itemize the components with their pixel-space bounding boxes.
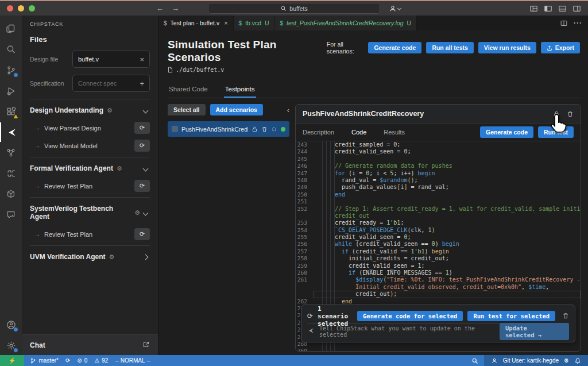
- sidebar-item[interactable]: →View Mental Model⟳: [30, 137, 150, 155]
- gear-icon[interactable]: ⚙: [107, 107, 113, 114]
- chat-bar[interactable]: Chat: [22, 334, 158, 355]
- status-text: -- NORMAL --: [115, 357, 150, 364]
- gear-icon[interactable]: ⚙: [134, 209, 140, 217]
- status-text: 92: [102, 357, 108, 364]
- add-scenarios-button[interactable]: Add scenarios: [210, 104, 263, 115]
- extensions-icon[interactable]: [0, 102, 22, 121]
- gear-icon[interactable]: ⚙: [109, 253, 115, 261]
- open-external-icon[interactable]: [142, 341, 150, 348]
- collapse-list-icon[interactable]: ‹: [287, 106, 289, 114]
- detail-tab-code[interactable]: Code: [351, 129, 366, 136]
- scenario-checkbox[interactable]: [172, 126, 178, 132]
- section-header[interactable]: Design Understanding⚙: [30, 105, 150, 119]
- trash-icon[interactable]: [261, 126, 268, 133]
- chevron-down-icon[interactable]: [143, 107, 149, 113]
- editor-tab[interactable]: $test_PushFiveAndShrinkCreditRecovery.lo…: [274, 16, 416, 30]
- back-icon[interactable]: ←: [156, 4, 164, 13]
- zoom-window-button[interactable]: [29, 5, 35, 11]
- trash-icon[interactable]: [562, 312, 569, 319]
- line-number: 253: [296, 219, 313, 226]
- chevron-down-icon[interactable]: [143, 210, 149, 215]
- detail-tab-results[interactable]: Results: [384, 129, 405, 136]
- bell-icon[interactable]: [574, 357, 581, 364]
- lock-icon[interactable]: [252, 126, 258, 133]
- explorer-icon[interactable]: [0, 19, 22, 38]
- git-user-segment[interactable]: Git User: kartik-hegde ⚙: [484, 355, 588, 366]
- generate-code-button[interactable]: Generate code: [368, 42, 421, 53]
- toggle-secondary-sidebar-icon[interactable]: [572, 5, 581, 13]
- section-header[interactable]: SystemVerilog Testbench Agent⚙: [30, 203, 150, 225]
- status-item[interactable]: ⚠92: [94, 357, 108, 364]
- refresh-button[interactable]: ⟳: [134, 228, 150, 240]
- feedback-icon[interactable]: [0, 205, 22, 225]
- customize-layout-icon[interactable]: [529, 5, 538, 13]
- design-file-input[interactable]: buffet.v ×: [72, 51, 150, 68]
- gear-icon[interactable]: ⚙: [117, 165, 122, 172]
- close-tab-icon[interactable]: ×: [224, 20, 227, 26]
- editor-tab[interactable]: $tb.vcdU: [234, 16, 275, 30]
- status-item[interactable]: master*: [30, 357, 58, 364]
- gear-icon[interactable]: ⚙: [564, 357, 569, 364]
- run-debug-icon[interactable]: [0, 81, 22, 101]
- chevron-down-icon[interactable]: [143, 165, 149, 171]
- export-button[interactable]: Export: [541, 42, 580, 53]
- code-line: 245: [296, 156, 581, 163]
- graph-icon[interactable]: [0, 143, 22, 163]
- forward-icon[interactable]: →: [172, 4, 179, 13]
- status-item[interactable]: -- NORMAL --: [115, 357, 150, 364]
- update-prompt-input[interactable]: Tell ChipStack what you want to update o…: [319, 325, 495, 338]
- command-center-search[interactable]: buffets: [208, 3, 380, 14]
- generate-code-for-selected-button[interactable]: Generate code for selected: [357, 311, 463, 321]
- sidebar-item[interactable]: →View Parsed Design⟳: [30, 119, 150, 137]
- toggle-primary-sidebar-icon[interactable]: [544, 5, 552, 13]
- tab-shared-code[interactable]: Shared Code: [168, 82, 209, 98]
- package-icon[interactable]: [0, 184, 22, 204]
- refresh-icon[interactable]: ⟳: [307, 312, 313, 320]
- add-spec-icon[interactable]: +: [140, 79, 144, 88]
- chat-label: Chat: [30, 341, 45, 349]
- code-editor[interactable]: 243credit_sampled = 0;244credit_valid_se…: [296, 141, 581, 351]
- close-window-button[interactable]: [7, 5, 13, 11]
- status-item[interactable]: ⊘0: [77, 357, 87, 364]
- generate-code-button[interactable]: Generate code: [480, 126, 533, 138]
- view-run-results-button[interactable]: View run results: [478, 42, 536, 53]
- detail-tab-description[interactable]: Description: [303, 129, 334, 136]
- tab-testpoints[interactable]: Testpoints: [224, 82, 256, 98]
- section-header[interactable]: UVM Verification Agent⚙: [30, 252, 150, 265]
- source-control-icon[interactable]: [0, 60, 22, 80]
- more-actions-icon[interactable]: ···: [574, 19, 582, 27]
- account-menu[interactable]: [389, 5, 403, 13]
- sidebar-item[interactable]: →Review Test Plan⟳: [30, 225, 150, 243]
- zoom-icon[interactable]: [471, 357, 478, 364]
- section-title: UVM Verification Agent: [30, 253, 106, 261]
- section-header[interactable]: Formal Verification Agent⚙: [30, 163, 150, 177]
- refresh-button[interactable]: ⟳: [134, 140, 150, 152]
- chevron-right-icon[interactable]: [143, 254, 149, 260]
- refresh-button[interactable]: ⟳: [134, 180, 150, 192]
- toggle-panel-icon[interactable]: [558, 5, 567, 13]
- selection-action-bar: ⟳ 1 scenario selected Generate code for …: [301, 305, 575, 342]
- file-type-icon: $: [239, 20, 242, 26]
- scenario-list-item[interactable]: PushFiveAndShrinkCreditRe: [168, 121, 289, 137]
- search-icon[interactable]: [0, 40, 22, 59]
- select-all-button[interactable]: Select all: [168, 104, 206, 115]
- specification-input[interactable]: Connect spec +: [72, 75, 150, 92]
- status-item[interactable]: ⟳: [65, 357, 70, 364]
- status-ring-icon[interactable]: [271, 126, 277, 133]
- waveform-icon[interactable]: [0, 164, 22, 183]
- line-number: 259: [296, 263, 313, 269]
- run-all-tests-button[interactable]: Run all tests: [426, 42, 473, 53]
- run-test-for-selected-button[interactable]: Run test for selected: [467, 311, 555, 321]
- clear-icon[interactable]: ×: [140, 55, 144, 64]
- refresh-button[interactable]: ⟳: [134, 122, 150, 134]
- split-editor-icon[interactable]: [560, 20, 568, 27]
- remote-indicator[interactable]: ⚡: [0, 355, 24, 366]
- sidebar-item[interactable]: →Review Test Plan⟳: [30, 177, 150, 195]
- account-icon[interactable]: [0, 315, 22, 334]
- code-line: 246// Generate random data for pushes: [296, 163, 581, 169]
- editor-tab[interactable]: $Test plan - buffet.v×: [158, 16, 234, 30]
- chipstack-icon[interactable]: [0, 122, 22, 142]
- settings-icon[interactable]: [0, 336, 22, 355]
- update-selected-button[interactable]: Update selected →: [500, 323, 569, 340]
- minimize-window-button[interactable]: [18, 5, 24, 11]
